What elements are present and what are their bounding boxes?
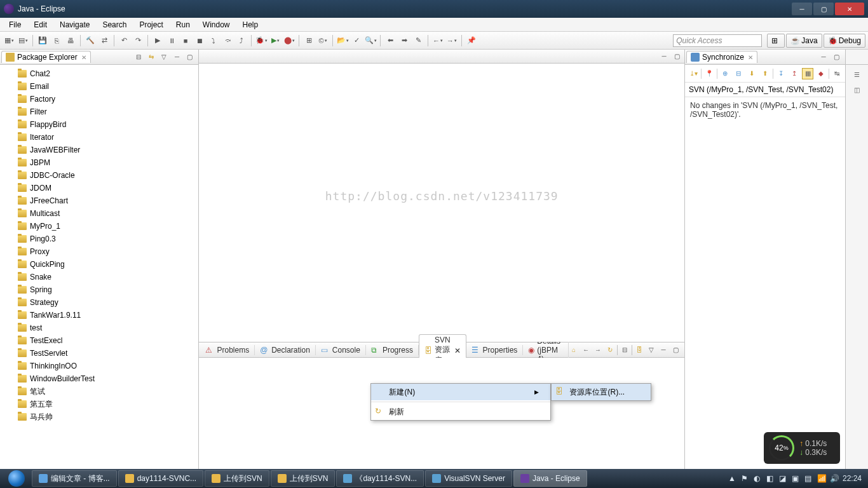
minimize-view-button[interactable]: ─: [172, 52, 182, 62]
taskbar-item[interactable]: Java - Eclipse: [513, 470, 587, 487]
pin-button[interactable]: 📍: [703, 68, 715, 79]
maximize-view-button[interactable]: ▢: [831, 52, 841, 62]
taskbar-item[interactable]: 编辑文章 - 博客...: [32, 470, 117, 487]
collapse-all-button[interactable]: ⊟: [133, 52, 144, 62]
project-item[interactable]: ThinkingInOO: [9, 360, 198, 372]
minimize-editor-button[interactable]: ─: [659, 51, 669, 62]
project-item[interactable]: Ping0.3: [9, 233, 198, 245]
step-into-button[interactable]: ⤵: [207, 34, 220, 47]
search-button[interactable]: 🔍: [364, 34, 377, 47]
project-item[interactable]: 笔试: [9, 385, 198, 398]
quick-access-input[interactable]: Quick Access: [673, 34, 762, 47]
project-item[interactable]: Email: [9, 80, 198, 93]
close-button[interactable]: ✕: [835, 3, 864, 15]
tray-network-icon[interactable]: 📶: [817, 474, 826, 483]
project-item[interactable]: Iterator: [9, 131, 198, 144]
menu-file[interactable]: File: [3, 19, 27, 30]
maximize-editor-button[interactable]: ▢: [672, 51, 682, 62]
incoming-mode-button[interactable]: ⊕: [719, 68, 731, 79]
incoming-outgoing-button[interactable]: ⬇: [746, 68, 757, 79]
link-editor-button[interactable]: ⇆: [146, 52, 156, 62]
project-item[interactable]: TankWar1.9.11: [9, 309, 198, 322]
taskbar-item[interactable]: VisualSVN Server: [425, 470, 512, 487]
tab-synchronize[interactable]: Synchronize ✕: [686, 51, 757, 63]
open-perspective-button[interactable]: ⊞: [767, 34, 785, 48]
taskbar-item[interactable]: 《day1114-SVN...: [336, 470, 424, 487]
forward-nav-button[interactable]: →: [593, 345, 603, 355]
tray-app-icon[interactable]: ◐: [754, 474, 763, 483]
show-button[interactable]: ◆: [815, 68, 827, 79]
menu-run[interactable]: Run: [170, 19, 196, 30]
resume-button[interactable]: ▶: [151, 34, 164, 47]
outgoing-mode-button[interactable]: ⊟: [733, 68, 744, 79]
tray-volume-icon[interactable]: 🔊: [830, 474, 839, 483]
menu-window[interactable]: Window: [196, 19, 236, 30]
disconnect-button[interactable]: ⏹: [193, 34, 206, 47]
project-item[interactable]: FlappyBird: [9, 118, 198, 131]
update-button[interactable]: ↧: [775, 68, 787, 79]
pin-editor-button[interactable]: 📌: [465, 34, 478, 47]
conflicts-mode-button[interactable]: ⬆: [759, 68, 771, 79]
start-button[interactable]: [3, 470, 31, 487]
changeset-button[interactable]: ▦: [802, 68, 813, 79]
refresh-button[interactable]: ↻: [605, 345, 615, 355]
annotation-next-button[interactable]: ➡: [398, 34, 410, 47]
view-menu-button[interactable]: ▽: [159, 52, 169, 62]
undo-button[interactable]: ↶: [118, 34, 130, 47]
suspend-button[interactable]: ⏸: [165, 34, 178, 47]
project-item[interactable]: JDOM: [9, 182, 198, 194]
perspective-java[interactable]: ☕Java: [786, 34, 822, 48]
new-class-button[interactable]: ©: [316, 34, 329, 47]
close-icon[interactable]: ✕: [81, 54, 86, 61]
debug-button[interactable]: 🐞: [255, 34, 268, 47]
forward-button[interactable]: →: [445, 34, 458, 47]
tray-show-hidden-icon[interactable]: ▲: [728, 474, 737, 483]
tray-app-icon[interactable]: ◧: [766, 474, 775, 483]
menu-help[interactable]: Help: [236, 19, 265, 30]
commit-button[interactable]: ↥: [789, 68, 800, 79]
project-item[interactable]: QuickPing: [9, 258, 198, 271]
ctx-refresh[interactable]: ↻ 刷新: [371, 403, 550, 420]
minimize-view-button[interactable]: ─: [818, 52, 829, 62]
sync-drop-button[interactable]: ⤓▾: [688, 68, 699, 79]
collapse-button[interactable]: ⊟: [620, 345, 630, 355]
menu-project[interactable]: Project: [133, 19, 169, 30]
project-item[interactable]: Factory: [9, 93, 198, 105]
taskbar-item[interactable]: day1114-SVNC...: [118, 470, 203, 487]
ctx-new[interactable]: 新建(N) ▶: [371, 384, 550, 400]
project-item[interactable]: Spring: [9, 283, 198, 296]
system-tray[interactable]: ▲ ⚑ ◐ ◧ ◪ ▣ ▤ 📶 🔊 22:24: [728, 474, 865, 483]
run-last-button[interactable]: ⬤: [283, 34, 295, 47]
project-item[interactable]: JBPM: [9, 156, 198, 169]
tab-properties[interactable]: ☰Properties: [466, 345, 524, 355]
tray-app-icon[interactable]: ◪: [779, 474, 788, 483]
tray-app-icon[interactable]: ▤: [804, 474, 813, 483]
tab-progress[interactable]: ⧉Progress: [366, 345, 419, 355]
menu-edit[interactable]: Edit: [27, 19, 53, 30]
project-item[interactable]: WindowBuilderTest: [9, 372, 198, 385]
new-package-button[interactable]: ⊞: [302, 34, 315, 47]
back-nav-button[interactable]: ←: [581, 345, 591, 355]
maximize-button[interactable]: ▢: [813, 3, 834, 15]
last-edit-button[interactable]: ✎: [412, 34, 424, 47]
close-icon[interactable]: ✕: [454, 346, 461, 355]
project-item[interactable]: 第五章: [9, 398, 198, 410]
taskbar-item[interactable]: 上传到SVN: [205, 470, 269, 487]
project-item[interactable]: test: [9, 322, 198, 334]
annotation-prev-button[interactable]: ⬅: [384, 34, 397, 47]
close-icon[interactable]: ✕: [748, 54, 753, 61]
minimize-view-button[interactable]: ─: [658, 345, 668, 355]
home-button[interactable]: ⌂: [569, 345, 579, 355]
save-button[interactable]: 💾: [36, 34, 49, 47]
project-item[interactable]: TestServlet: [9, 347, 198, 360]
trim-shortcut-icon[interactable]: ◫: [851, 84, 863, 95]
step-return-button[interactable]: ⤴: [235, 34, 248, 47]
minimize-button[interactable]: ─: [792, 3, 812, 15]
project-item[interactable]: JFreeChart: [9, 194, 198, 207]
tab-problems[interactable]: ⚠Problems: [200, 345, 255, 355]
build-button[interactable]: 🔨: [84, 34, 97, 47]
taskbar-item[interactable]: 上传到SVN: [271, 470, 336, 487]
project-item[interactable]: 马兵帅: [9, 410, 198, 423]
link-button[interactable]: ⇄: [98, 34, 111, 47]
project-item[interactable]: JavaWEBFilter: [9, 144, 198, 156]
